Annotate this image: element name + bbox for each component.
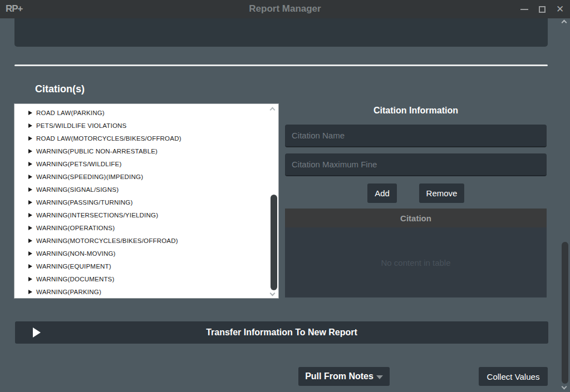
- tree-expand-icon[interactable]: [28, 226, 32, 230]
- collect-values-button[interactable]: Collect Values: [479, 367, 548, 386]
- tree-expand-icon[interactable]: [28, 213, 32, 217]
- tree-item-label: ROAD LAW(PARKING): [36, 110, 105, 116]
- tree-item[interactable]: WARNING(INTERSECTIONS/YIELDING): [14, 209, 268, 221]
- tree-item[interactable]: WARNING(OPERATIONS): [14, 221, 268, 234]
- tree-expand-icon[interactable]: [28, 200, 32, 205]
- title-bar: RP+ Report Manager ✕: [0, 0, 570, 18]
- tree-item[interactable]: WARNING(PETS/WILDLIFE): [14, 157, 268, 170]
- tree-item[interactable]: WARNING(DOCUMENTS): [14, 272, 268, 285]
- citations-heading: Citation(s): [35, 83, 85, 95]
- minimize-button[interactable]: [520, 5, 529, 14]
- tree-expand-icon[interactable]: [28, 162, 32, 166]
- tree-item-label: WARNING(NON-MOVING): [36, 250, 116, 257]
- tree-item[interactable]: WARNING(EQUIPMENT): [14, 260, 268, 272]
- tree-item[interactable]: PETS/WILDLIFE VIOLATIONS: [14, 119, 268, 132]
- tree-expand-icon[interactable]: [28, 149, 32, 153]
- tree-item-label: WARNING(DOCUMENTS): [36, 276, 115, 282]
- scrolled-top-panel: [14, 18, 548, 47]
- tree-item-label: WARNING(OPERATIONS): [36, 225, 115, 231]
- tree-item-label: WARNING(INTERSECTIONS/YIELDING): [36, 212, 158, 219]
- tree-item-label: PETS/WILDLIFE VIOLATIONS: [36, 122, 126, 129]
- close-button[interactable]: ✕: [556, 5, 564, 14]
- tree-expand-icon[interactable]: [28, 123, 32, 128]
- tree-expand-icon[interactable]: [28, 187, 32, 192]
- add-button[interactable]: Add: [367, 183, 397, 203]
- tree-item[interactable]: WARNING(PARKING): [14, 285, 268, 298]
- close-icon: ✕: [556, 5, 564, 14]
- tree-item-label: WARNING(EQUIPMENT): [36, 263, 111, 270]
- tree-item-label: WARNING(SIGNAL/SIGNS): [36, 186, 119, 193]
- transfer-expander-label: Transfer Information To New Report: [206, 328, 357, 338]
- tree-item-label: WARNING(PUBLIC NON-ARRESTABLE): [36, 148, 158, 155]
- citation-column-label: Citation: [400, 214, 431, 223]
- tree-expand-icon[interactable]: [28, 251, 32, 256]
- window-title: Report Manager: [0, 3, 570, 14]
- minimize-icon: [520, 9, 528, 10]
- window-controls: ✕: [520, 0, 564, 18]
- report-manager-window: RP+ Report Manager ✕ Citation(s) ROAD LA…: [0, 0, 570, 392]
- pull-from-notes-button[interactable]: Pull From Notes: [298, 367, 390, 386]
- citation-information-heading: Citation Information: [285, 106, 547, 116]
- tree-item[interactable]: WARNING(SPEEDING)(IMPEDING): [14, 170, 268, 183]
- citation-maximum-fine-input[interactable]: [285, 153, 547, 176]
- tree-item-label: WARNING(SPEEDING)(IMPEDING): [36, 173, 143, 180]
- tree-item-label: WARNING(PETS/WILDLIFE): [36, 161, 121, 167]
- list-scroll-up-icon[interactable]: [270, 107, 276, 113]
- maximize-icon: [539, 6, 546, 13]
- window-scrollbar-thumb[interactable]: [562, 242, 568, 384]
- tree-item[interactable]: WARNING(NON-MOVING): [14, 247, 268, 260]
- tree-item-label: WARNING(PASSING/TURNING): [36, 199, 132, 206]
- tree-expand-icon[interactable]: [28, 111, 32, 115]
- tree-expand-icon[interactable]: [28, 175, 32, 179]
- citations-list-items: ROAD LAW(PARKING) PETS/WILDLIFE VIOLATIO…: [14, 106, 268, 298]
- tree-item-label: WARNING(PARKING): [36, 289, 101, 295]
- tree-expand-icon[interactable]: [28, 290, 32, 294]
- citation-table-body: No content in table: [285, 227, 547, 297]
- pull-from-notes-label: Pull From Notes: [305, 371, 374, 381]
- window-scroll-up-icon[interactable]: [562, 20, 567, 26]
- section-divider: [14, 64, 548, 66]
- citations-list: ROAD LAW(PARKING) PETS/WILDLIFE VIOLATIO…: [14, 103, 279, 299]
- expander-arrow-icon[interactable]: [33, 328, 41, 338]
- tree-item-label: ROAD LAW(MOTORCYCLES/BIKES/OFFROAD): [36, 135, 181, 142]
- tree-expand-icon[interactable]: [28, 239, 32, 243]
- remove-button[interactable]: Remove: [419, 183, 464, 203]
- tree-item[interactable]: WARNING(PUBLIC NON-ARRESTABLE): [14, 145, 268, 157]
- citation-table-header[interactable]: Citation: [285, 209, 547, 227]
- tree-item[interactable]: WARNING(MOTORCYCLES/BIKES/OFFROAD): [14, 234, 268, 247]
- maximize-button[interactable]: [538, 5, 547, 14]
- window-scroll-down-icon[interactable]: [562, 384, 567, 390]
- transfer-information-expander[interactable]: Transfer Information To New Report: [15, 321, 548, 344]
- citation-name-input[interactable]: [285, 125, 547, 147]
- table-empty-placeholder: No content in table: [381, 258, 450, 267]
- tree-expand-icon[interactable]: [28, 136, 32, 141]
- dropdown-caret-icon: [376, 375, 383, 379]
- tree-item[interactable]: ROAD LAW(PARKING): [14, 106, 268, 119]
- tree-item[interactable]: ROAD LAW(MOTORCYCLES/BIKES/OFFROAD): [14, 132, 268, 145]
- tree-item[interactable]: WARNING(SIGNAL/SIGNS): [14, 183, 268, 196]
- tree-expand-icon[interactable]: [28, 277, 32, 281]
- list-scroll-down-icon[interactable]: [270, 291, 276, 296]
- tree-expand-icon[interactable]: [28, 264, 32, 269]
- tree-item[interactable]: WARNING(PASSING/TURNING): [14, 196, 268, 209]
- tree-item-label: WARNING(MOTORCYCLES/BIKES/OFFROAD): [36, 237, 178, 244]
- list-scrollbar-thumb[interactable]: [271, 195, 277, 290]
